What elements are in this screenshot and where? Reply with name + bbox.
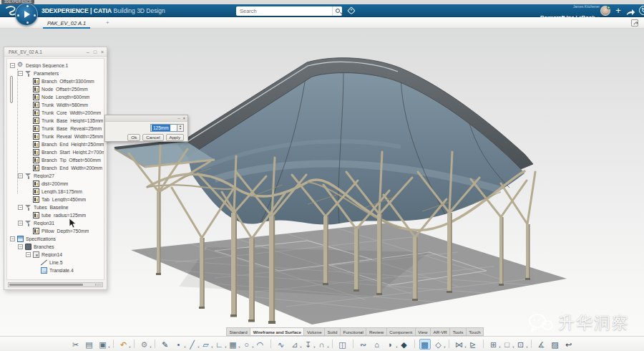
dropdown-caret-icon[interactable]: ▾ [211, 345, 213, 349]
expand-toggle[interactable]: − [26, 252, 31, 257]
corner-icon[interactable]: ⊿ ▾ [289, 339, 301, 350]
tree-node-specifications[interactable]: − Specifications [7, 235, 104, 243]
global-search[interactable] [236, 6, 342, 16]
point-icon[interactable]: • ▾ [173, 339, 185, 350]
tree-node-trunk-base-reveal-25mm[interactable]: Trunk_Base_Reveal=25mm [7, 125, 104, 133]
workbench-tab-component[interactable]: Component [386, 327, 415, 336]
paste-icon[interactable]: ▣ ▾ [97, 339, 109, 350]
close-button[interactable]: × [101, 47, 104, 57]
dialog-button-cancel[interactable]: Cancel [142, 134, 163, 141]
expand-toggle[interactable]: − [10, 63, 15, 68]
join-icon[interactable]: ⊞ ▾ [488, 339, 499, 350]
dialog-button-apply[interactable]: Apply [166, 134, 184, 141]
tree-node-region31[interactable]: − Region31 [7, 219, 104, 227]
dropdown-caret-icon[interactable]: ▾ [313, 345, 315, 349]
dialog-minimize-button[interactable]: – [177, 115, 180, 122]
boundary-icon[interactable]: □ ▾ [502, 339, 513, 350]
value-spinner[interactable]: ▲ ▼ [177, 124, 184, 132]
plane-icon[interactable]: ▱ ▾ [200, 339, 212, 350]
radius-value-input[interactable]: 125mm [150, 124, 177, 132]
projection-icon[interactable]: ↧ ▾ [303, 339, 314, 350]
scrollbar-thumb[interactable] [9, 284, 83, 286]
tree-node-node-offset-250mm[interactable]: Node_Offset=250mm [7, 85, 104, 93]
tree-node-line-5[interactable]: Line.5 [7, 259, 104, 266]
spinner-down-icon[interactable]: ▼ [179, 128, 182, 131]
scrollbar-grip[interactable] [95, 284, 102, 286]
tree-node-length-18-175mm[interactable]: Length.18=175mm [7, 188, 104, 196]
minimize-button[interactable]: – [87, 47, 89, 57]
line-icon[interactable]: ╱ ▾ [187, 339, 198, 350]
tag-icon[interactable] [347, 6, 355, 14]
workbench-tab-solid[interactable]: Solid [324, 327, 340, 336]
workbench-tab-view[interactable]: View [415, 327, 430, 336]
tree-horizontal-scrollbar[interactable] [8, 282, 103, 287]
copy-icon[interactable]: ▤ [84, 339, 95, 350]
maximize-button[interactable]: □ [94, 47, 97, 57]
dropdown-caret-icon[interactable]: ▾ [512, 345, 514, 349]
expand-toggle[interactable]: − [18, 221, 23, 226]
tree-node-branch-offset-3300mm[interactable]: Branch_Offset=3300mm [7, 77, 104, 85]
tree-node-trunk-reveal-width-25mm[interactable]: Trunk_Reveal_Width=25mm [7, 133, 104, 140]
expand-toggle[interactable]: − [18, 71, 23, 76]
blend-icon[interactable]: ◗ ▾ [385, 339, 396, 350]
tab-active-document[interactable]: PAK_EV_02 A.1 [42, 19, 92, 28]
fill-icon[interactable]: ◆ [399, 339, 410, 350]
dropdown-caret-icon[interactable]: ▾ [300, 345, 301, 349]
shape-morphing-icon[interactable]: ▩ [419, 339, 431, 350]
cut-icon[interactable]: ✂ [70, 339, 82, 350]
expand-toggle[interactable]: − [18, 205, 23, 210]
extrude-icon[interactable]: ◫ [337, 339, 348, 350]
dropdown-caret-icon[interactable]: ▾ [252, 345, 253, 349]
tree-node-tubes-baseline[interactable]: − Tubes_Baseline [7, 203, 104, 211]
dropdown-caret-icon[interactable]: ▾ [108, 345, 109, 349]
workbench-tab-tools[interactable]: Tools [449, 327, 465, 336]
dropdown-caret-icon[interactable]: ▾ [464, 345, 466, 349]
3dexperience-compass-icon[interactable] [15, 3, 38, 26]
expand-toggle[interactable]: − [18, 173, 23, 178]
tree-node-branch-end-width-200mm[interactable]: Branch_End_Width=200mm [7, 164, 104, 172]
dropdown-caret-icon[interactable]: ▾ [238, 345, 240, 349]
tree-node-region14[interactable]: − Region14 [7, 251, 104, 259]
axis-system-icon[interactable]: ∟ ▾ [214, 339, 225, 350]
grid-icon[interactable]: ▦ ▾ [228, 339, 239, 350]
expand-toggle[interactable]: − [18, 244, 23, 249]
tree-node-trunk-core-width-200mm[interactable]: Trunk_Core_Width=200mm [7, 109, 104, 117]
tree-node-region27[interactable]: − Region27 [7, 172, 104, 180]
dropdown-caret-icon[interactable]: ▾ [197, 345, 199, 349]
dropdown-caret-icon[interactable]: ▾ [184, 345, 185, 349]
tree-node-node-length-600mm[interactable]: Node_Length=600mm [7, 93, 104, 101]
tree-node-branch-start-height-2-700mm[interactable]: Branch_Start_Height.2=700mm [7, 148, 104, 156]
tree-node-branches[interactable]: − Branches [7, 243, 104, 251]
dialog-close-button[interactable]: × [182, 115, 185, 122]
curvature-analysis-icon[interactable]: ∡ [536, 339, 547, 350]
help-icon[interactable]: ↻ [639, 6, 644, 15]
tree-node-branch-tip-offset-500mm[interactable]: Branch_Tip_Offset=500mm [7, 156, 104, 164]
tree-node-tube-radius-125mm[interactable]: tube_radius=125mm [7, 211, 104, 219]
expand-viewport-icon[interactable] [631, 19, 638, 27]
dropdown-caret-icon[interactable]: ▾ [225, 345, 226, 349]
surface-analysis-icon[interactable]: ▨ [550, 339, 561, 350]
dialog-button-ok[interactable]: Ok [127, 134, 140, 141]
offset-icon[interactable]: ◇ ▾ [433, 339, 444, 350]
add-content-button[interactable]: + [614, 5, 623, 16]
workbench-tab-functional[interactable]: Functional [340, 327, 366, 336]
expand-toggle[interactable]: − [10, 236, 15, 241]
dropdown-caret-icon[interactable]: ▾ [396, 345, 397, 349]
workbench-tab-standard[interactable]: Standard [226, 327, 250, 336]
search-button[interactable] [332, 6, 342, 16]
extract-icon[interactable]: ⊡ ▾ [515, 339, 527, 350]
loft-icon[interactable]: ⌂ [371, 339, 383, 350]
rotate-view-icon[interactable]: ↩ [563, 339, 575, 350]
split-icon[interactable]: ⋈ ▾ [454, 339, 465, 350]
dropdown-caret-icon[interactable]: ▾ [444, 345, 445, 349]
avatar[interactable] [600, 6, 610, 16]
dropdown-caret-icon[interactable]: ▾ [499, 345, 500, 349]
spline-icon[interactable]: ∿ [275, 339, 287, 350]
dropdown-caret-icon[interactable]: ▾ [129, 345, 130, 349]
update-icon[interactable]: ⚙ ▾ [139, 339, 150, 350]
dialog-titlebar[interactable]: – × [105, 115, 187, 122]
intersection-icon[interactable]: ∩ ▾ [316, 339, 328, 350]
tree-node-translate-4[interactable]: Translate.4 [7, 266, 104, 274]
tree-node-tab-length-450mm[interactable]: Tab_Length=450mm [7, 196, 104, 203]
arc-icon[interactable]: ◠ [255, 339, 266, 350]
